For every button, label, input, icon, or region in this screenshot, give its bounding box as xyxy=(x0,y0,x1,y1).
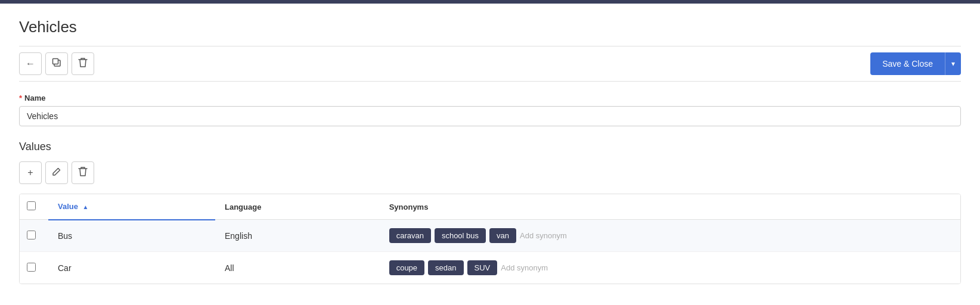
edit-icon xyxy=(52,167,61,179)
row-checkbox-1[interactable] xyxy=(27,263,36,272)
table-row: CarAllcoupesedanSUVAdd synonym xyxy=(20,252,960,284)
synonym-chip[interactable]: coupe xyxy=(389,260,424,275)
page-content: Vehicles ← xyxy=(0,4,980,305)
row-language: All xyxy=(215,252,380,284)
row-synonyms: caravanschool busvanAdd synonym xyxy=(380,220,960,252)
chevron-down-icon: ▾ xyxy=(951,60,955,68)
delete-value-icon xyxy=(78,166,88,179)
name-field-section: *Name xyxy=(19,94,961,126)
table-header: Value ▲ Language Synonyms xyxy=(20,194,960,220)
plus-icon: + xyxy=(27,167,33,178)
table-row: BusEnglishcaravanschool busvanAdd synony… xyxy=(20,220,960,252)
sort-asc-icon: ▲ xyxy=(83,204,89,210)
name-label: *Name xyxy=(19,94,961,102)
save-close-button[interactable]: Save & Close xyxy=(870,52,945,75)
synonym-chip[interactable]: sedan xyxy=(428,260,463,275)
header-checkbox-cell xyxy=(20,194,48,220)
delete-button[interactable] xyxy=(72,52,94,75)
values-table-container: Value ▲ Language Synonyms BusEnglishcara… xyxy=(19,194,961,284)
name-input[interactable] xyxy=(19,106,961,126)
row-checkbox-cell xyxy=(20,252,48,284)
row-value: Car xyxy=(48,252,215,284)
page-title: Vehicles xyxy=(19,18,961,36)
main-toolbar: ← Save & Close xyxy=(19,46,961,82)
row-value: Bus xyxy=(48,220,215,252)
synonym-chip[interactable]: school bus xyxy=(435,228,486,243)
back-icon: ← xyxy=(26,58,35,69)
add-synonym-link[interactable]: Add synonym xyxy=(520,231,567,240)
copy-button[interactable] xyxy=(45,52,68,75)
add-synonym-link[interactable]: Add synonym xyxy=(501,263,548,272)
header-language: Language xyxy=(215,194,380,220)
synonym-chip[interactable]: caravan xyxy=(389,228,431,243)
save-close-dropdown-button[interactable]: ▾ xyxy=(945,52,961,75)
synonym-chip[interactable]: van xyxy=(489,228,516,243)
copy-icon xyxy=(52,58,61,70)
row-language: English xyxy=(215,220,380,252)
edit-value-button[interactable] xyxy=(45,161,68,184)
values-section: Values + xyxy=(19,141,961,284)
values-title: Values xyxy=(19,141,961,153)
table-body: BusEnglishcaravanschool busvanAdd synony… xyxy=(20,220,960,284)
select-all-checkbox[interactable] xyxy=(27,201,36,210)
svg-rect-1 xyxy=(53,59,58,64)
delete-value-button[interactable] xyxy=(72,161,94,184)
back-button[interactable]: ← xyxy=(19,52,42,75)
values-table: Value ▲ Language Synonyms BusEnglishcara… xyxy=(20,194,960,284)
row-synonyms: coupesedanSUVAdd synonym xyxy=(380,252,960,284)
add-value-button[interactable]: + xyxy=(19,161,42,184)
values-toolbar: + xyxy=(19,161,961,184)
toolbar-left-group: ← xyxy=(19,52,94,75)
header-synonyms: Synonyms xyxy=(380,194,960,220)
row-checkbox-cell xyxy=(20,220,48,252)
header-value[interactable]: Value ▲ xyxy=(48,194,215,220)
delete-icon xyxy=(78,57,88,70)
synonym-chip[interactable]: SUV xyxy=(467,260,498,275)
row-checkbox-0[interactable] xyxy=(27,231,36,239)
save-close-group: Save & Close ▾ xyxy=(870,52,961,75)
required-star: * xyxy=(19,94,22,102)
